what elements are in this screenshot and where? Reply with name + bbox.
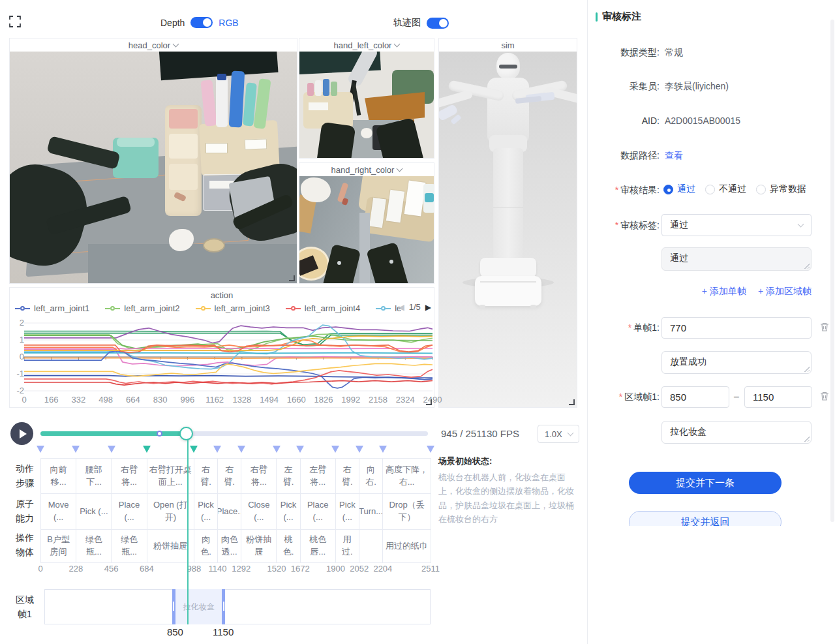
region-frame-note-textarea[interactable]: 拉化妆盒: [661, 421, 812, 444]
step-cell[interactable]: 粉饼抽屉: [241, 530, 277, 562]
timeline-marker-icon[interactable]: [379, 446, 387, 453]
resize-grip-icon[interactable]: [804, 263, 810, 269]
data-path-view-link[interactable]: 查看: [665, 150, 683, 162]
single-frame-note-textarea[interactable]: 放置成功: [661, 351, 812, 374]
aid-label: AID:: [588, 115, 660, 126]
step-cell[interactable]: 右臂将...: [112, 459, 147, 493]
step-cell[interactable]: 肉色.: [194, 530, 218, 562]
step-cell[interactable]: 用过的纸巾: [383, 530, 431, 562]
step-cell[interactable]: 用过.: [336, 530, 359, 562]
step-cell[interactable]: Pick (...: [336, 494, 359, 529]
step-cell[interactable]: 绿色瓶...: [76, 530, 112, 562]
timeline-marker-icon[interactable]: [273, 446, 281, 453]
timeline-marker-icon[interactable]: [108, 446, 115, 453]
step-cell[interactable]: 右臂.: [194, 459, 218, 493]
step-cell[interactable]: 桃色唇...: [301, 530, 336, 562]
step-cell[interactable]: 高度下降，右...: [383, 459, 431, 493]
add-region-frame-link[interactable]: + 添加区域帧: [758, 286, 812, 298]
step-cell[interactable]: 向右.: [359, 459, 383, 493]
submit-next-button[interactable]: 提交并下一条: [629, 472, 782, 494]
step-cell[interactable]: Place..: [218, 494, 241, 529]
legend-item[interactable]: left_arm_joint4: [286, 303, 360, 313]
radio-pass[interactable]: 通过: [663, 183, 695, 195]
step-cell[interactable]: 右臂将...: [241, 459, 277, 493]
legend-item[interactable]: left_arm_joint3: [196, 303, 270, 313]
step-cell[interactable]: Turn...: [359, 494, 383, 529]
step-cell[interactable]: 左臂.: [277, 459, 300, 493]
timeline-marker-icon[interactable]: [331, 446, 339, 453]
resize-grip-icon[interactable]: [804, 366, 810, 372]
timeline-marker-icon[interactable]: [296, 446, 304, 453]
hand-left-camera-header[interactable]: hand_left_color: [299, 38, 434, 52]
step-cell[interactable]: Close (...: [241, 494, 277, 529]
resize-grip-icon[interactable]: [804, 436, 810, 442]
resize-corner-icon[interactable]: [289, 275, 295, 281]
step-cell[interactable]: 右臂.: [218, 459, 241, 493]
region-end-input[interactable]: 1150: [744, 386, 812, 408]
delete-single-frame-icon[interactable]: [819, 322, 830, 332]
timeline-marker-icon[interactable]: [237, 446, 245, 453]
step-cell[interactable]: 绿色瓶...: [112, 530, 147, 562]
review-tag-note-textarea[interactable]: 通过: [661, 247, 812, 271]
depth-rgb-toggle[interactable]: [190, 17, 213, 28]
x-axis-tick-label: 1328: [232, 395, 251, 405]
legend-item[interactable]: left_arm_joint1: [15, 303, 89, 313]
submit-return-button[interactable]: 提交并返回: [629, 511, 782, 526]
step-cell[interactable]: 右臂.: [336, 459, 359, 493]
legend-item[interactable]: le: [376, 303, 401, 313]
action-line-chart[interactable]: [10, 318, 434, 393]
resize-corner-icon[interactable]: [426, 399, 432, 405]
progress-slider[interactable]: [40, 431, 428, 436]
sim-header[interactable]: sim: [439, 38, 577, 52]
head-camera-header[interactable]: head_color: [10, 38, 297, 52]
add-single-frame-link[interactable]: + 添加单帧: [702, 286, 746, 298]
timeline-marker-icon[interactable]: [213, 446, 221, 453]
region-segment[interactable]: 拉化妆盒: [172, 589, 225, 624]
timeline-marker-icon[interactable]: [143, 446, 151, 453]
delete-region-frame-icon[interactable]: [819, 391, 830, 401]
review-tag-select[interactable]: 通过: [661, 214, 812, 236]
chart-series-line: [24, 353, 433, 354]
step-cell[interactable]: Place (...: [301, 494, 336, 529]
timeline-marker-icon[interactable]: [37, 446, 44, 453]
legend-item[interactable]: left_arm_joint2: [105, 303, 179, 313]
trajectory-toggle[interactable]: [427, 18, 449, 29]
hand-right-camera-header[interactable]: hand_right_color: [299, 163, 434, 176]
step-cell[interactable]: 桃色.: [277, 530, 300, 562]
x-axis-tick-label: 2158: [369, 395, 387, 405]
region-start-input[interactable]: 850: [661, 386, 729, 408]
radio-abnormal[interactable]: 异常数据: [756, 183, 806, 195]
single-frame-input[interactable]: 770: [661, 317, 812, 339]
scrollbar[interactable]: [830, 20, 834, 522]
timeline-marker-icon[interactable]: [356, 446, 363, 453]
radio-fail[interactable]: 不通过: [705, 183, 746, 195]
step-cell[interactable]: Drop（丢下）: [383, 494, 431, 529]
review-panel-title: 审核标注: [602, 10, 641, 23]
play-button[interactable]: [10, 422, 33, 445]
region-track-bar[interactable]: 拉化妆盒: [44, 589, 431, 624]
step-cell[interactable]: B户型房间: [41, 530, 76, 562]
fullscreen-icon[interactable]: [9, 16, 21, 27]
step-cell[interactable]: Pick (...: [76, 494, 112, 529]
step-cell[interactable]: Move (...: [41, 494, 76, 529]
timeline-marker-icon[interactable]: [427, 446, 434, 453]
legend-page-indicator: 1/5: [409, 302, 421, 312]
timeline-marker-icon[interactable]: [72, 446, 80, 453]
legend-prev-icon[interactable]: ◀: [398, 303, 404, 312]
step-cell[interactable]: 向前移...: [41, 459, 76, 493]
speed-select[interactable]: 1.0X: [538, 425, 579, 443]
playhead-line[interactable]: [187, 440, 189, 624]
legend-next-icon[interactable]: ▶: [425, 303, 431, 312]
review-panel-header: 审核标注: [596, 10, 641, 23]
step-cell[interactable]: Pick (...: [194, 494, 218, 529]
step-cell[interactable]: Place (...: [112, 494, 147, 529]
step-cell[interactable]: 腰部下...: [76, 459, 112, 493]
action-chart-title: action: [211, 290, 234, 300]
step-cell[interactable]: 左臂将...: [301, 459, 336, 493]
slider-handle[interactable]: [179, 427, 193, 440]
step-cell[interactable]: 肉色透...: [218, 530, 241, 562]
timeline-marker-icon[interactable]: [190, 446, 198, 453]
resize-corner-icon[interactable]: [569, 399, 575, 405]
step-cell[interactable]: [359, 530, 383, 562]
step-cell[interactable]: Pick (...: [277, 494, 300, 529]
